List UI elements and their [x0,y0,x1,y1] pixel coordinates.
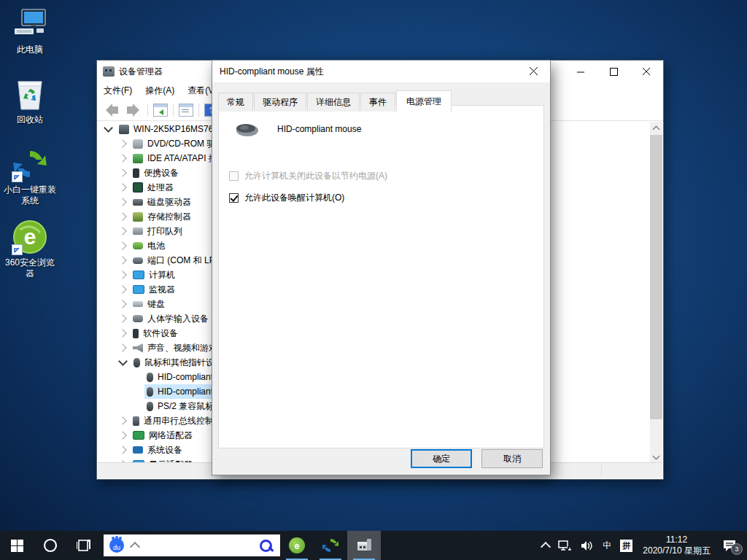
ports-icon [133,257,143,264]
tree-item-label: 磁盘驱动器 [147,196,191,209]
chevron-collapsed-icon[interactable] [118,285,126,293]
dialog-titlebar[interactable]: HID-compliant mouse 属性 [212,61,550,82]
search-icon[interactable] [260,539,273,552]
chevron-collapsed-icon[interactable] [118,198,126,206]
mouse-icon [147,402,153,411]
chevron-collapsed-icon[interactable] [118,416,126,424]
ime-mode-button[interactable]: 拼 [616,531,637,560]
maximize-button[interactable] [597,61,630,82]
back-button[interactable] [104,106,119,114]
minimize-button[interactable] [565,61,597,82]
desktop-icon-this-pc[interactable]: 此电脑 [1,6,58,55]
clock-date: 2020/7/10 星期五 [643,545,711,556]
taskbar-app-xiaobai[interactable] [314,531,347,560]
chevron-expanded-icon[interactable] [104,123,113,133]
scrollbar-thumb[interactable] [650,135,662,419]
windows-logo-icon [11,540,23,552]
hidden-icons-button[interactable] [538,531,554,560]
cpu-icon [133,182,143,192]
desktop-icon-recycle-bin[interactable]: 回收站 [1,76,58,125]
no-chevron [134,375,139,380]
checkbox-label: 允许此设备唤醒计算机(O) [244,192,344,204]
chevron-collapsed-icon[interactable] [118,154,126,162]
tree-scrollbar[interactable] [650,122,662,463]
chevron-collapsed-icon[interactable] [118,446,126,454]
power-option-row: 允许计算机关闭此设备以节约电源(A) [229,170,543,182]
chevron-collapsed-icon[interactable] [118,183,126,191]
device-manager-title: 设备管理器 [119,66,163,78]
start-button[interactable] [0,531,34,560]
chevron-collapsed-icon[interactable] [118,212,126,220]
mouse-device-icon [235,120,260,138]
chevron-collapsed-icon[interactable] [118,168,126,176]
mouse-icon [147,387,153,397]
chevron-collapsed-icon[interactable] [118,227,126,235]
tree-item-label: 系统设备 [147,444,182,456]
disk-icon [133,199,143,206]
checkbox[interactable] [229,193,239,203]
ime-language-button[interactable]: 中 [598,531,616,560]
tree-item-label: 便携设备 [144,167,179,179]
chevron-collapsed-icon[interactable] [118,314,126,322]
device-manager-app-icon [103,66,115,77]
chevron-collapsed-icon[interactable] [118,300,126,308]
power-options: 允许计算机关闭此设备以节约电源(A)允许此设备唤醒计算机(O) [219,170,543,204]
dialog-tabs: 常规驱动程序详细信息事件电源管理 [218,90,550,112]
taskbar-app-device-manager[interactable] [347,531,381,560]
tree-item-label: WIN-2K5KP16MS76 [133,124,213,134]
no-chevron [134,389,139,394]
cortana-button[interactable] [34,531,67,560]
360-browser-icon: e [1,219,58,255]
task-view-button[interactable] [67,531,101,560]
chevron-collapsed-icon[interactable] [118,343,126,351]
chevron-up-icon[interactable] [130,542,140,552]
tree-item-label: 存储控制器 [147,211,191,223]
ok-button[interactable]: 确定 [411,449,472,468]
close-button[interactable] [630,61,663,82]
volume-button[interactable] [576,531,598,560]
tree-item-label: 处理器 [147,182,174,194]
monitor-icon [133,285,144,294]
cancel-button[interactable]: 取消 [481,449,543,468]
tab-2[interactable]: 详细信息 [307,93,360,112]
menu-item-1[interactable]: 操作(A) [139,82,181,99]
cortana-icon [43,538,58,553]
tree-item-label: PS/2 兼容鼠标 [158,400,214,413]
network-button[interactable] [554,531,576,560]
chevron-collapsed-icon[interactable] [118,329,126,337]
tab-3[interactable]: 事件 [360,93,395,112]
device-name: HID-compliant mouse [277,124,361,134]
show-console-tree-icon[interactable] [153,104,168,117]
chevron-expanded-icon[interactable] [118,357,128,366]
action-center-button[interactable]: 3 [716,531,747,560]
tab-1[interactable]: 驱动程序 [254,93,306,112]
storage-icon [133,212,143,222]
menu-item-0[interactable]: 文件(F) [97,82,139,99]
360-browser-icon: e [289,537,305,553]
xiaobai-icon [322,537,338,553]
system-icon [133,446,143,454]
usb-icon [133,416,139,426]
tab-4[interactable]: 电源管理 [396,90,452,112]
chevron-collapsed-icon[interactable] [118,139,126,147]
tree-item-label: 监视器 [149,284,175,296]
properties-icon[interactable] [179,104,193,117]
clock-time: 11:12 [666,534,687,545]
dialog-close-button[interactable] [517,61,550,82]
chevron-collapsed-icon[interactable] [118,271,126,279]
shortcut-arrow-icon [12,244,23,255]
desktop-icon-360-browser[interactable]: e360安全浏览器 [1,219,58,279]
chevron-collapsed-icon[interactable] [118,256,126,264]
forward-button[interactable] [126,106,141,114]
tab-0[interactable]: 常规 [218,93,253,112]
desktop-icon-xiaobai-reinstall[interactable]: 小白一键重装系统 [1,146,58,206]
scroll-down-icon[interactable] [650,451,662,463]
chevron-collapsed-icon[interactable] [118,431,126,439]
search-input[interactable]: du [104,534,280,556]
mouse-icon [133,358,140,368]
scroll-up-icon[interactable] [650,122,662,134]
taskbar-app-360-browser[interactable]: e [280,531,314,560]
chevron-collapsed-icon[interactable] [118,241,126,249]
no-chevron [134,404,139,409]
clock[interactable]: 11:12 2020/7/10 星期五 [637,531,716,560]
